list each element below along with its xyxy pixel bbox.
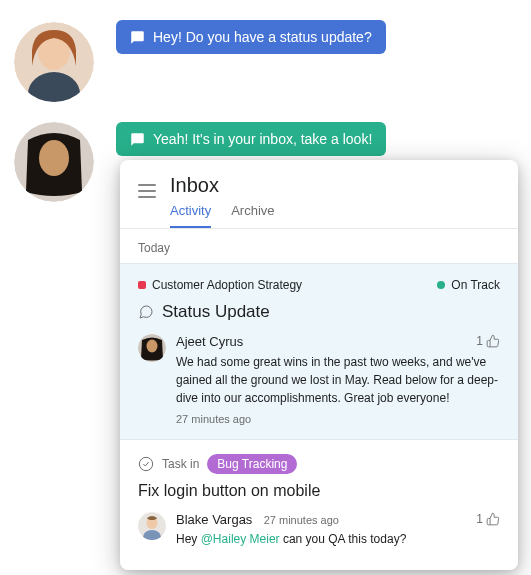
task-title: Fix login button on mobile — [138, 482, 500, 500]
section-today: Today — [120, 229, 518, 263]
task-card[interactable]: Task in Bug Tracking Fix login button on… — [120, 440, 518, 568]
status-icon — [138, 304, 154, 320]
svg-point-7 — [139, 457, 152, 470]
inbox-title: Inbox — [170, 174, 500, 197]
menu-icon[interactable] — [138, 184, 156, 198]
status-dot-icon — [437, 281, 445, 289]
svg-point-4 — [39, 140, 69, 176]
svg-point-6 — [147, 340, 158, 353]
comment-body: Hey @Hailey Meier can you QA this today? — [176, 530, 500, 548]
project-name: Customer Adoption Strategy — [152, 278, 302, 292]
tab-activity[interactable]: Activity — [170, 203, 211, 228]
chat-bubble-2: Yeah! It's in your inbox, take a look! — [116, 122, 386, 156]
commenter-name: Blake Vargas — [176, 512, 252, 527]
mention[interactable]: @Hailey Meier — [201, 532, 280, 546]
status-heading: Status Update — [162, 302, 270, 322]
chat-avatar-2 — [14, 122, 94, 202]
status-badge: On Track — [437, 278, 500, 292]
like-button[interactable]: 1 — [476, 512, 500, 526]
chat-bubble-1: Hey! Do you have a status update? — [116, 20, 386, 54]
status-update-card[interactable]: Customer Adoption Strategy On Track Stat… — [120, 263, 518, 440]
chat-avatar-1 — [14, 22, 94, 102]
task-meta-label: Task in — [162, 457, 199, 471]
like-button[interactable]: 1 — [476, 334, 500, 348]
author-name: Ajeet Cyrus — [176, 334, 500, 349]
thumb-up-icon — [486, 512, 500, 526]
thumb-up-icon — [486, 334, 500, 348]
comment-icon — [130, 30, 145, 45]
task-check-icon — [138, 456, 154, 472]
commenter-avatar — [138, 512, 166, 540]
chat-text-1: Hey! Do you have a status update? — [153, 29, 372, 45]
author-avatar — [138, 334, 166, 362]
status-time: 27 minutes ago — [176, 413, 500, 425]
tab-archive[interactable]: Archive — [231, 203, 274, 228]
chat-text-2: Yeah! It's in your inbox, take a look! — [153, 131, 372, 147]
inbox-panel: Inbox Activity Archive Today Customer Ad… — [120, 160, 518, 570]
status-body: We had some great wins in the past two w… — [176, 353, 500, 407]
comment-icon — [130, 132, 145, 147]
comment-time: 27 minutes ago — [264, 514, 339, 526]
project-color-dot — [138, 281, 146, 289]
project-pill: Bug Tracking — [207, 454, 297, 474]
